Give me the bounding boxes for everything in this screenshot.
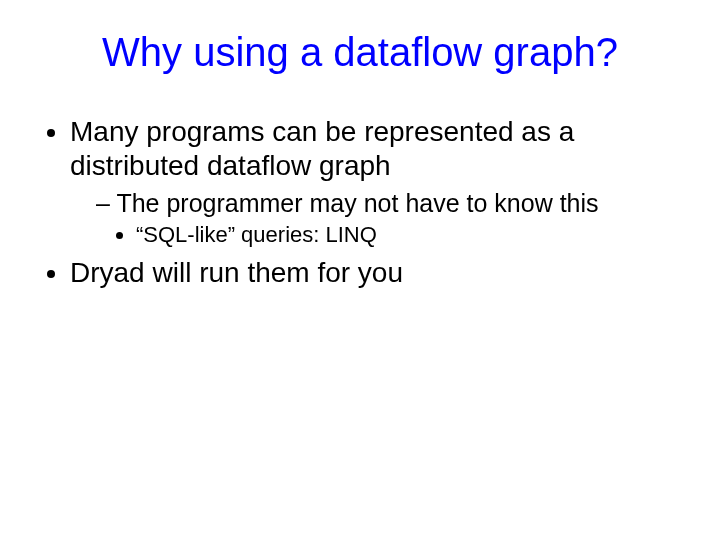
slide: Why using a dataflow graph? Many program… xyxy=(0,0,720,540)
bullet-item: Dryad will run them for you xyxy=(70,256,680,290)
bullet-list-level1: Many programs can be represented as a di… xyxy=(40,115,680,290)
bullet-text: The programmer may not have to know this xyxy=(116,189,598,217)
bullet-list-level3: “SQL-like” queries: LINQ xyxy=(96,221,680,250)
bullet-text: Dryad will run them for you xyxy=(70,257,403,288)
slide-title: Why using a dataflow graph? xyxy=(40,30,680,75)
bullet-text: “SQL-like” queries: LINQ xyxy=(136,222,377,247)
bullet-list-level2: The programmer may not have to know this… xyxy=(70,188,680,250)
bullet-item: Many programs can be represented as a di… xyxy=(70,115,680,250)
bullet-text: Many programs can be represented as a di… xyxy=(70,116,574,181)
bullet-item: “SQL-like” queries: LINQ xyxy=(136,221,680,250)
bullet-item: The programmer may not have to know this… xyxy=(96,188,680,250)
